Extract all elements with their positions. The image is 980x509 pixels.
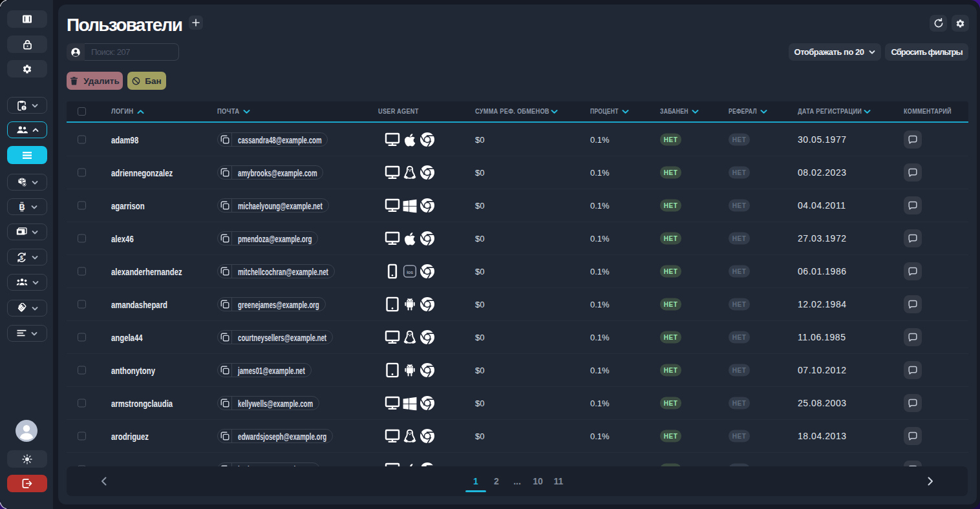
svg-text:$: $ — [20, 254, 23, 260]
svg-text:ios: ios — [407, 269, 413, 275]
svg-text:B: B — [19, 203, 25, 212]
